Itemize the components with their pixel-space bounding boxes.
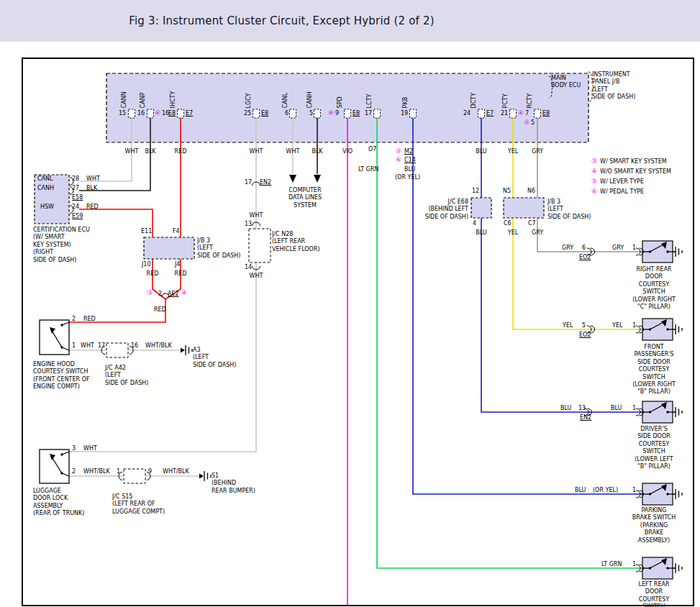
wire-color-label: GRY <box>562 245 573 252</box>
jb3-box-2 <box>504 198 544 218</box>
connector-code: EN2 <box>260 179 271 186</box>
option-mark: ④ <box>155 109 160 118</box>
wire-color-label: RED <box>175 270 187 278</box>
connector-pin: 6 <box>582 245 586 252</box>
connector-code: EN2 <box>580 414 591 421</box>
legend-mark: ③ <box>591 158 597 166</box>
wire-color-label: YEL <box>508 229 518 237</box>
jb-pin: F4 <box>173 228 180 235</box>
wire-color-label: WHT <box>286 148 300 155</box>
wire-color-label: WHT <box>86 175 100 183</box>
pin-number: 21 <box>501 110 508 117</box>
pin-number: 19 <box>401 110 408 117</box>
connector-code: E8 <box>353 110 360 117</box>
jc-e68-box <box>471 198 491 218</box>
switch-caption: RIGHT REAR DOOR COURTESY SWITCH (LOWER R… <box>631 266 677 311</box>
jb-pin: N6 <box>527 188 535 195</box>
cert-pin-name: HSW <box>40 204 54 211</box>
wire-color-alt: (OR YEL) <box>593 487 618 494</box>
connector-code: E8 <box>542 110 550 117</box>
signal-label-pkb: PKB <box>402 97 409 109</box>
option-mark: ④ <box>518 109 524 118</box>
wire-color-label: WHT/BLK <box>83 468 110 475</box>
jb-pin: J4 <box>175 261 180 268</box>
wire-color-label: BLU <box>560 405 571 412</box>
connector-code: EO2 <box>579 332 591 339</box>
pin-number: 24 <box>463 110 471 117</box>
connector-pin: 1 <box>632 245 636 252</box>
pin-number: 9 <box>335 110 339 117</box>
signal-label-canl: CANL <box>282 93 289 109</box>
connector-pin: 5 <box>582 322 586 329</box>
signal-label-spd: SPD <box>337 96 344 108</box>
cert-pin-name: CANH <box>37 185 54 192</box>
wire-color-label: WHT <box>250 273 263 280</box>
legend-mark: ④ <box>591 168 597 176</box>
luggage-lock-box <box>40 449 69 483</box>
connector-pin: 1 <box>632 322 636 329</box>
jc-e68-label: J/C E68 (BEHIND LEFT SIDE OF DASH) <box>425 198 468 221</box>
wire-color-label: RED <box>83 316 96 323</box>
wire-color-label: BLU <box>611 405 622 412</box>
pin-number: 3 <box>72 445 76 452</box>
cert-pin-name: CANL <box>37 175 53 183</box>
connector-code: EO2 <box>579 254 591 261</box>
wire-color-label: RED <box>86 204 99 211</box>
jc-n28-box <box>249 229 271 263</box>
connector-code: M2 <box>404 148 413 155</box>
wire-color-label: RED <box>147 270 159 278</box>
pin-number: 25 <box>244 110 251 117</box>
switch-caption: FRONT PASSENGER'S SIDE DOOR COURTESY SWI… <box>631 344 677 396</box>
connector-code: C14 <box>404 157 416 164</box>
pin-number: 2 <box>72 316 76 323</box>
jb-pin: C6 <box>504 220 512 227</box>
connector-pin: 1 <box>117 468 120 475</box>
switch-caption: LEFT REAR DOOR COURTESY SWITCH (LOWER LE… <box>631 581 677 607</box>
wire-color-label: BLU <box>575 487 586 494</box>
wire-color-label: BLU <box>404 166 415 173</box>
jb3-label: J/B 3 (LEFT SIDE OF DASH) <box>197 237 240 260</box>
signal-label-lgcy: LGCY <box>245 93 253 108</box>
wire-color-label: GRY <box>532 229 543 237</box>
connector-code: E59 <box>72 213 83 220</box>
wire-color-label: BLU <box>476 229 486 237</box>
connector-pin: 1 <box>632 487 636 494</box>
wire-color-label: WHT <box>250 148 263 155</box>
luggage-caption: LUGGAGE DOOR LOCK ASSEMBLY (REAR OF TRUN… <box>33 488 84 518</box>
connector-code: E58 <box>72 194 83 201</box>
wire-color-label: YEL <box>563 322 573 329</box>
wire-color-label: YEL <box>508 148 518 155</box>
jb-pin: E11 <box>141 228 152 235</box>
pin-number: 16 <box>137 110 145 117</box>
connector-code: E8 <box>261 110 268 117</box>
jc-a42-box <box>106 343 128 357</box>
connector-code: E7 <box>486 110 494 117</box>
connector-pin: 1 <box>632 561 636 568</box>
cert-pin-number: 27 <box>72 185 79 192</box>
signal-label-cann: CANN <box>121 91 128 108</box>
pin-number: 15 <box>119 110 126 117</box>
ground-label: A3 (LEFT SIDE OF DASH) <box>193 347 236 369</box>
connector-code: AE2 <box>168 291 179 298</box>
connector-pin: 9 <box>148 468 152 475</box>
legend-text: W/ LEVER TYPE <box>600 178 644 186</box>
wire-color-label: WHT <box>250 212 263 219</box>
signal-label-ihcty: IHCTY <box>170 91 177 109</box>
pin-number: 7 <box>525 110 529 117</box>
connector-code: E7 <box>186 110 193 117</box>
pin-number: 17 <box>365 110 372 117</box>
jb-pin: N5 <box>503 188 511 195</box>
legend-text: W/O SMART KEY SYSTEM <box>600 168 671 175</box>
connector-pin: 14 <box>245 264 252 271</box>
wire-color-label: LT GRN <box>601 561 622 568</box>
wire-color-label: BLU <box>476 148 486 155</box>
connector-pin: 4 <box>473 220 476 227</box>
wire-color-label: BLK <box>86 185 97 192</box>
option-mark: ⑤ <box>524 119 529 127</box>
option-mark: ⑤ <box>396 147 401 156</box>
connector-pin: 16 <box>131 342 138 350</box>
signal-label-canp: CANP <box>140 93 147 109</box>
wire-color-label: VIO <box>342 148 353 155</box>
wire-color-label: WHT/BLK <box>145 342 172 350</box>
jb-pin: J10 <box>142 261 151 268</box>
